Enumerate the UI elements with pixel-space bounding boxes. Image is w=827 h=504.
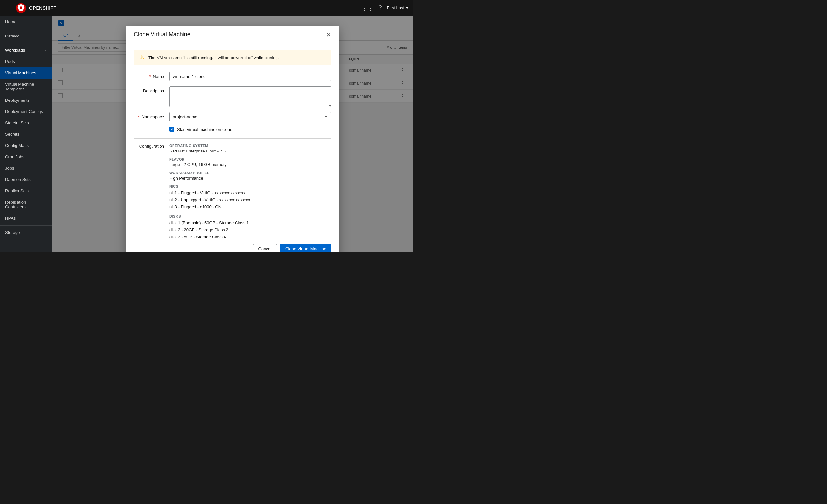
- nic-1: nic1 - Plugged - VirtIO - xx:xx:xx:xx:xx…: [169, 189, 332, 196]
- name-label: * Name: [134, 72, 169, 79]
- sidebar-item-secrets[interactable]: Secrets: [0, 129, 52, 140]
- sidebar-item-cron-jobs[interactable]: Cron Jobs: [0, 151, 52, 162]
- disks-values: disk 1 (Bootable) - 50GB - Storage Class…: [169, 219, 332, 239]
- sidebar-item-vm-templates[interactable]: Virtual Machine Templates: [0, 79, 52, 95]
- config-row: Configuration OPERATING SYSTEM Red Hat E…: [134, 144, 332, 239]
- sidebar-item-deployments[interactable]: Deployments: [0, 95, 52, 106]
- grid-icon[interactable]: ⋮⋮⋮: [356, 4, 374, 12]
- warning-banner: ⚠ The VM vm-name-1 is still running. It …: [134, 50, 332, 65]
- header-right: ⋮⋮⋮ ? First Last ▾: [356, 4, 408, 12]
- namespace-required-star: *: [138, 114, 140, 119]
- os-section-label: OPERATING SYSTEM: [169, 144, 332, 148]
- description-label: Description: [134, 86, 169, 93]
- workloads-chevron: ∨: [44, 48, 47, 52]
- sidebar-item-jobs[interactable]: Jobs: [0, 162, 52, 174]
- brand-text: OPENSHIFT: [29, 5, 56, 11]
- description-textarea[interactable]: [169, 86, 332, 107]
- sidebar-item-hpas[interactable]: HPAs: [0, 213, 52, 224]
- sidebar-item-stateful-sets[interactable]: Stateful Sets: [0, 117, 52, 129]
- top-header: OPENSHIFT ⋮⋮⋮ ? First Last ▾: [0, 0, 414, 16]
- logo-area: OPENSHIFT: [15, 3, 56, 13]
- start-vm-checkbox-label: Start virtual machine on clone: [177, 127, 232, 132]
- help-icon[interactable]: ?: [379, 4, 382, 11]
- disk-2: disk 2 - 20GB - Storage Class 2: [169, 226, 332, 234]
- sidebar-item-pods[interactable]: Pods: [0, 56, 52, 67]
- disk-1: disk 1 (Bootable) - 50GB - Storage Class…: [169, 219, 332, 226]
- sidebar-item-catalog[interactable]: Catalog: [0, 31, 52, 42]
- namespace-select-wrapper: project-name default kube-system: [169, 112, 332, 121]
- description-field-row: Description: [134, 86, 332, 107]
- nic-3: nic3 - Plugged - e1000 - CNI: [169, 204, 332, 211]
- sidebar-item-home[interactable]: Home: [0, 16, 52, 28]
- clone-vm-modal: Clone Virtual Machine ✕ ⚠ The VM vm-name…: [126, 26, 339, 252]
- workloads-label: Workloads: [5, 48, 25, 53]
- sidebar-item-config-maps[interactable]: Config Maps: [0, 140, 52, 151]
- hamburger-menu-icon[interactable]: [5, 6, 11, 10]
- sidebar-item-deployment-configs[interactable]: Deployment Configs: [0, 106, 52, 117]
- configuration-section: Configuration OPERATING SYSTEM Red Hat E…: [134, 138, 332, 239]
- namespace-label: * Namespace: [134, 112, 169, 119]
- sidebar-item-daemon-sets[interactable]: Daemon Sets: [0, 174, 52, 185]
- modal-backdrop: Clone Virtual Machine ✕ ⚠ The VM vm-name…: [52, 16, 414, 252]
- flavor-value: Large - 2 CPU, 16 GB memory: [169, 162, 332, 167]
- user-name: First Last: [387, 5, 404, 10]
- header-left: OPENSHIFT: [5, 3, 56, 13]
- modal-header: Clone Virtual Machine ✕: [126, 26, 339, 43]
- clone-vm-button[interactable]: Clone Virtual Machine: [280, 244, 332, 252]
- modal-title: Clone Virtual Machine: [134, 31, 191, 38]
- flavor-section-label: FLAVOR: [169, 157, 332, 161]
- disks-section-label: DISKS: [169, 214, 332, 218]
- modal-close-button[interactable]: ✕: [326, 31, 332, 38]
- nics-section-label: NICS: [169, 185, 332, 188]
- main-layout: Home Catalog Workloads ∨ Pods Virtual Ma…: [0, 16, 414, 252]
- configuration-label: Configuration: [134, 144, 169, 239]
- namespace-field-row: * Namespace project-name default kube-sy…: [134, 112, 332, 121]
- start-vm-checkbox[interactable]: [169, 127, 175, 132]
- workload-value: High Performance: [169, 176, 332, 181]
- nics-values: nic1 - Plugged - VirtIO - xx:xx:xx:xx:xx…: [169, 189, 332, 211]
- sidebar-item-storage[interactable]: Storage: [0, 227, 52, 238]
- nic-2: nic2 - Unplugged - VirtIO - xx:xx:xx:xx:…: [169, 196, 332, 204]
- user-menu[interactable]: First Last ▾: [387, 5, 408, 10]
- os-value: Red Hat Enterprise Linux - 7.6: [169, 149, 332, 153]
- disk-3: disk 3 - 5GB - Storage Class 4: [169, 234, 332, 239]
- cancel-button[interactable]: Cancel: [253, 244, 277, 252]
- sidebar-item-replica-sets[interactable]: Replica Sets: [0, 185, 52, 196]
- sidebar-item-virtual-machines[interactable]: Virtual Machines: [0, 67, 52, 79]
- name-field-row: * Name: [134, 72, 332, 81]
- workload-section-label: WORKLOAD PROFILE: [169, 171, 332, 175]
- sidebar-item-replication-controllers[interactable]: Replication Controllers: [0, 196, 52, 213]
- name-input[interactable]: [169, 72, 332, 81]
- user-menu-chevron: ▾: [406, 5, 408, 10]
- name-required-star: *: [149, 74, 151, 79]
- start-vm-checkbox-row: Start virtual machine on clone: [134, 127, 332, 132]
- warning-icon: ⚠: [139, 54, 144, 61]
- config-content: OPERATING SYSTEM Red Hat Enterprise Linu…: [169, 144, 332, 239]
- modal-body: ⚠ The VM vm-name-1 is still running. It …: [126, 43, 339, 239]
- sidebar-item-workloads[interactable]: Workloads ∨: [0, 45, 52, 56]
- namespace-select[interactable]: project-name default kube-system: [169, 112, 332, 121]
- modal-footer: Cancel Clone Virtual Machine: [126, 239, 339, 252]
- warning-text: The VM vm-name-1 is still running. It wi…: [148, 55, 279, 60]
- sidebar: Home Catalog Workloads ∨ Pods Virtual Ma…: [0, 16, 52, 252]
- redhat-logo: [15, 3, 27, 13]
- content-area: V Virtual Machines Cr # t All Filters # …: [52, 16, 414, 252]
